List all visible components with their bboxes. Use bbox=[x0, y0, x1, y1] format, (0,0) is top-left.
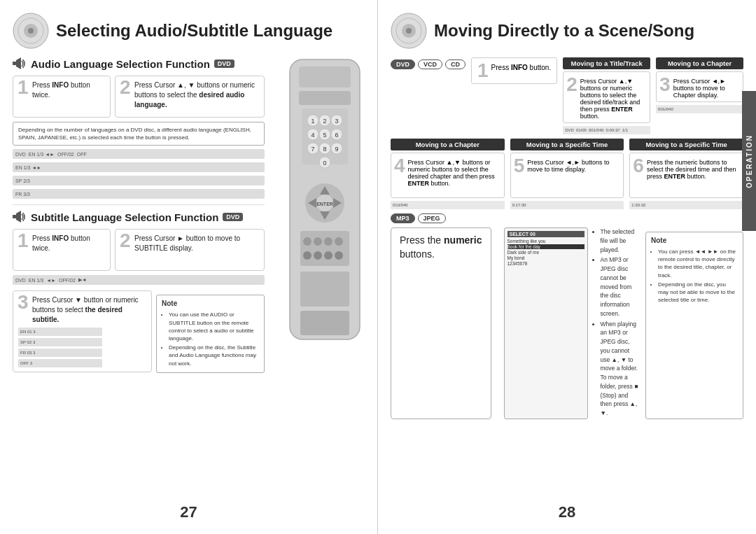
specific-time-header2: Moving to a Specific Time bbox=[629, 139, 743, 150]
mp3-bullets-area: The selected file will be played. An MP3… bbox=[594, 227, 640, 419]
svg-text:ENTER: ENTER bbox=[316, 202, 333, 206]
chapter-header1: Moving to a Chapter bbox=[656, 57, 743, 69]
operation-sidebar: OPERATION bbox=[742, 91, 756, 231]
step3-area-right: Moving to a Chapter 3 Press Cursor ◄,► b… bbox=[656, 57, 743, 113]
svg-point-47 bbox=[314, 251, 322, 260]
sdisp-sp: SP 02 3 bbox=[18, 338, 102, 346]
step2-mini-screen: DVD01/05001/0400:00:371/1 bbox=[563, 126, 650, 134]
svg-rect-9 bbox=[299, 66, 351, 87]
subtitle-steps-row: 1 Press INFO button twice. 2 Press Curso… bbox=[13, 229, 265, 271]
audio-step1-box: 1 Press INFO button twice. bbox=[13, 76, 111, 118]
step4-area: Moving to a Chapter 4 Press Cursor ▲,▼ b… bbox=[391, 139, 505, 209]
mp3-bullet-3: When playing an MP3 or JPEG disc, you ca… bbox=[601, 320, 640, 418]
title-track-header: Moving to a Title/Track bbox=[563, 57, 650, 69]
svg-rect-4 bbox=[13, 62, 16, 65]
svg-point-2 bbox=[28, 28, 34, 34]
screen-en: EN 1/3 ◄► bbox=[13, 162, 265, 172]
svg-point-44 bbox=[324, 237, 332, 246]
audio-section-title: Audio Language Selection Function bbox=[31, 58, 210, 70]
step4-text: Press Cursor ▲,▼ buttons or numeric butt… bbox=[408, 159, 501, 187]
svg-point-43 bbox=[314, 237, 322, 246]
press-numeric-box: Press the numericbuttons. bbox=[391, 227, 491, 419]
dvd-badge: DVD bbox=[391, 59, 415, 69]
audio-step2-box: 2 Press Cursor ▲, ▼ buttons or numeric b… bbox=[115, 76, 265, 118]
top-row: DVD VCD CD 1 Press INFO button. Moving t… bbox=[391, 57, 743, 134]
sdisp-off: OFF 3 bbox=[18, 359, 102, 367]
svg-text:4: 4 bbox=[311, 132, 314, 139]
audio-section-header: Audio Language Selection Function DVD bbox=[13, 57, 265, 70]
left-title-icon bbox=[13, 13, 49, 49]
audio-step1-number: 1 bbox=[18, 78, 29, 97]
left-page: Selecting Audio/Subtitle Language Audio … bbox=[0, 0, 378, 534]
step5-text: Press Cursor ◄,► buttons to move to time… bbox=[527, 159, 620, 173]
mp3-format-badges: MP3 JPEG bbox=[391, 213, 743, 223]
right-note-title: Note bbox=[651, 236, 738, 246]
svg-point-42 bbox=[303, 237, 312, 246]
left-page-number: 27 bbox=[180, 503, 197, 521]
svg-rect-10 bbox=[299, 91, 351, 105]
screen-fr: FR 3/3 bbox=[13, 189, 265, 199]
svg-text:6: 6 bbox=[335, 132, 338, 139]
subtitle-step1-content: Press INFO button twice. bbox=[32, 234, 105, 253]
step5-mini-screen: 0:17:30 bbox=[510, 201, 624, 209]
subtitle-note-item1: You can use the AUDIO or SUBTITLE button… bbox=[169, 311, 259, 342]
select-row-1: Something like you bbox=[507, 239, 584, 244]
audio-note: Depending on the number of languages on … bbox=[13, 122, 265, 146]
left-content: Audio Language Selection Function DVD 1 … bbox=[13, 57, 265, 373]
left-page-title: Selecting Audio/Subtitle Language bbox=[56, 22, 332, 40]
step3-text: Press Cursor ◄,► buttons to move to Chap… bbox=[673, 78, 740, 99]
step2-box: 2 Press Cursor ▲,▼ buttons or numeric bu… bbox=[563, 71, 650, 123]
audio-dvd-badge: DVD bbox=[214, 59, 234, 68]
step2-text: Press Cursor ▲,▼ buttons or numeric butt… bbox=[580, 78, 647, 120]
mp3-bottom-row: Press the numericbuttons. SELECT 00 Some… bbox=[391, 227, 743, 419]
step3-mini-screen: 001/040 bbox=[656, 105, 743, 113]
svg-text:8: 8 bbox=[323, 146, 326, 153]
mp3-badge: MP3 bbox=[391, 213, 415, 223]
subtitle-step3-number: 3 bbox=[18, 293, 29, 312]
step1-text: Press INFO button. bbox=[491, 64, 552, 71]
subtitle-section-title: Subtitle Language Selection Function bbox=[31, 211, 218, 223]
select-row-3: Dark side of me bbox=[507, 250, 584, 255]
subtitle-section-header: Subtitle Language Selection Function DVD bbox=[13, 211, 265, 223]
specific-time-header1: Moving to a Specific Time bbox=[510, 139, 624, 150]
format-badges-right: DVD VCD CD bbox=[391, 59, 465, 69]
svg-text:1: 1 bbox=[311, 118, 314, 125]
subtitle-step2-content: Press Cursor ► button to move to SUBTITL… bbox=[134, 234, 259, 253]
step2-area: Moving to a Title/Track 2 Press Cursor ▲… bbox=[563, 57, 650, 134]
step5-area: Moving to a Specific Time 5 Press Cursor… bbox=[510, 139, 624, 209]
right-note-item1: You can press ◄◄ ►► on the remote contro… bbox=[658, 248, 738, 279]
svg-marker-5 bbox=[16, 57, 21, 69]
subtitle-step3-box: 3 Press Cursor ▼ button or numeric butto… bbox=[13, 290, 152, 372]
step1-number: 1 bbox=[477, 61, 489, 80]
step2-number: 2 bbox=[566, 75, 578, 94]
step4-number: 4 bbox=[394, 156, 405, 176]
subtitle-note-box: Note You can use the AUDIO or SUBTITLE b… bbox=[156, 295, 265, 372]
left-title-area: Selecting Audio/Subtitle Language bbox=[13, 13, 365, 49]
audio-step2-number: 2 bbox=[120, 78, 131, 97]
svg-point-48 bbox=[324, 251, 332, 260]
step6-mini-screen: 1:30:32 bbox=[629, 201, 743, 209]
step4-mini-screen: 010/040 bbox=[391, 201, 505, 209]
mp3-bullets-list: The selected file will be played. An MP3… bbox=[594, 227, 640, 418]
svg-text:5: 5 bbox=[323, 132, 326, 139]
audio-screen-bar: DVD EN 1/3 ◄► OFF/02 OFF bbox=[13, 149, 265, 159]
subtitle-step2-number: 2 bbox=[120, 231, 131, 251]
svg-rect-6 bbox=[13, 215, 16, 218]
press-numeric-text: Press the numericbuttons. bbox=[400, 234, 482, 261]
subtitle-note-title: Note bbox=[162, 299, 259, 309]
svg-text:7: 7 bbox=[311, 146, 314, 153]
select-row-2: Book for the day bbox=[507, 244, 584, 249]
svg-point-46 bbox=[303, 251, 312, 260]
svg-point-45 bbox=[335, 237, 343, 246]
svg-marker-7 bbox=[16, 211, 21, 223]
subtitle-screen-bar: DVD EN 1/3 ◄► OFF/02 ▶◄ bbox=[13, 275, 265, 285]
subtitle-step3-content: Press Cursor ▼ button or numeric buttons… bbox=[32, 295, 146, 325]
svg-text:0: 0 bbox=[323, 160, 326, 167]
svg-text:9: 9 bbox=[335, 146, 338, 153]
step6-number: 6 bbox=[633, 156, 644, 176]
step3-number: 3 bbox=[659, 75, 671, 94]
section-divider bbox=[13, 204, 265, 205]
subtitle-step1-number: 1 bbox=[18, 231, 29, 251]
audio-screen-text: DVD bbox=[15, 152, 26, 157]
audio-sub-screen-bars: EN 1/3 ◄► SP 2/3 FR 3/3 bbox=[13, 162, 265, 199]
